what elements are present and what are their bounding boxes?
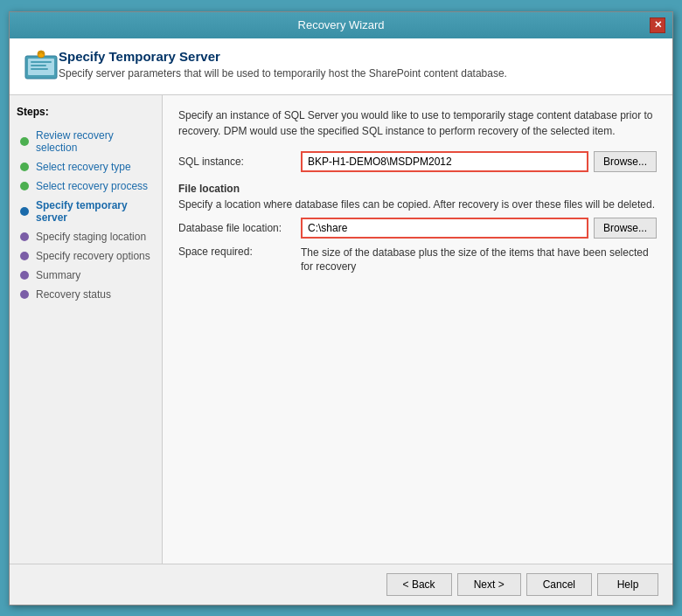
sidebar-item-recovery-status[interactable]: Recovery status <box>17 286 155 303</box>
sidebar-item-select-type[interactable]: Select recovery type <box>17 158 155 176</box>
sidebar-item-options[interactable]: Specify recovery options <box>17 247 155 265</box>
sidebar-item-specify-temp[interactable]: Specify temporary server <box>17 197 155 226</box>
sidebar-item-summary[interactable]: Summary <box>17 266 155 284</box>
sidebar-item-review[interactable]: Review recovery selection <box>17 127 155 156</box>
dot-summary <box>20 271 29 280</box>
sidebar-label-review: Review recovery selection <box>36 129 151 154</box>
titlebar: Recovery Wizard ✕ <box>10 12 672 38</box>
bottom-bar: < Back Next > Cancel Help <box>10 564 672 605</box>
dot-specify-temp <box>20 207 29 216</box>
sidebar-label-specify-temp: Specify temporary server <box>36 199 151 224</box>
sidebar-label-options: Specify recovery options <box>36 250 150 262</box>
back-button[interactable]: < Back <box>386 573 452 596</box>
main-content: Steps: Review recovery selection Select … <box>10 95 672 564</box>
dot-review <box>20 137 29 146</box>
sidebar-label-select-type: Select recovery type <box>36 161 131 173</box>
sql-instance-label: SQL instance: <box>178 156 301 168</box>
recovery-wizard-window: Recovery Wizard ✕ Specify Temporary Serv… <box>9 11 673 606</box>
dot-options <box>20 252 29 260</box>
svg-rect-4 <box>31 65 46 66</box>
sidebar-label-select-process: Select recovery process <box>36 180 148 192</box>
space-required-row: Space required: The size of the database… <box>178 246 657 275</box>
header-area: Specify Temporary Server Specify server … <box>10 38 672 95</box>
sidebar: Steps: Review recovery selection Select … <box>10 95 163 564</box>
content-area: Specify an instance of SQL Server you wo… <box>163 95 672 564</box>
header-title: Specify Temporary Server <box>59 49 507 64</box>
sql-instance-row: SQL instance: Browse... <box>178 151 657 172</box>
header-icon <box>24 49 59 84</box>
cancel-button[interactable]: Cancel <box>526 573 592 596</box>
browse-db-button[interactable]: Browse... <box>594 218 657 239</box>
sidebar-item-select-process[interactable]: Select recovery process <box>17 177 155 195</box>
browse-sql-button[interactable]: Browse... <box>594 151 657 172</box>
space-required-label: Space required: <box>178 246 301 258</box>
content-description: Specify an instance of SQL Server you wo… <box>178 107 657 139</box>
close-button[interactable]: ✕ <box>650 17 665 33</box>
svg-rect-3 <box>31 61 52 63</box>
header-description: Specify server parameters that will be u… <box>59 67 507 80</box>
sidebar-heading: Steps: <box>17 106 155 118</box>
dot-select-type <box>20 163 29 171</box>
file-location-title: File location <box>178 183 657 195</box>
dot-select-process <box>20 182 29 190</box>
db-file-label: Database file location: <box>178 222 301 234</box>
file-location-desc: Specify a location where database files … <box>178 198 657 211</box>
svg-rect-5 <box>31 68 48 70</box>
db-file-input[interactable] <box>301 218 588 239</box>
sidebar-label-summary: Summary <box>36 269 80 281</box>
sidebar-label-staging: Specify staging location <box>36 231 146 243</box>
help-button[interactable]: Help <box>597 573 658 596</box>
space-required-text: The size of the database plus the size o… <box>301 246 657 275</box>
window-title: Recovery Wizard <box>32 18 650 31</box>
sql-instance-input[interactable] <box>301 151 588 172</box>
next-button[interactable]: Next > <box>457 573 521 596</box>
sidebar-item-staging[interactable]: Specify staging location <box>17 228 155 246</box>
dot-staging <box>20 232 29 241</box>
sidebar-label-recovery-status: Recovery status <box>36 288 111 301</box>
header-text: Specify Temporary Server Specify server … <box>59 49 507 80</box>
dot-recovery-status <box>20 290 29 299</box>
svg-rect-1 <box>28 59 54 75</box>
db-file-row: Database file location: Browse... <box>178 218 657 239</box>
